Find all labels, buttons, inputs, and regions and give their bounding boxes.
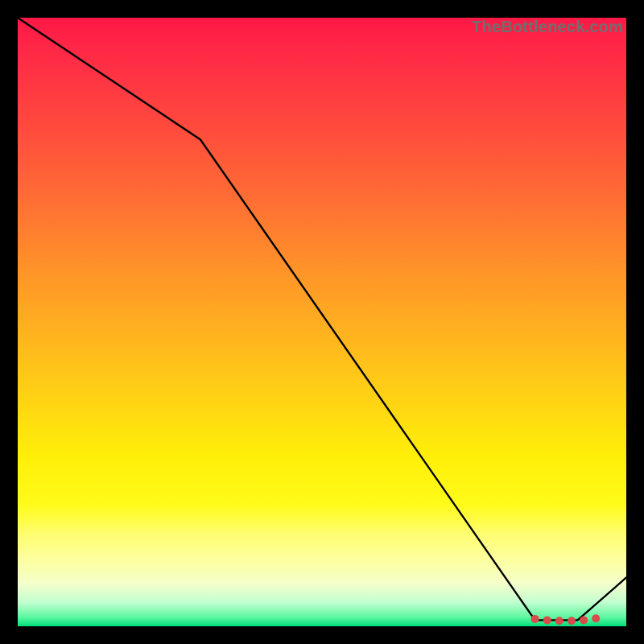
bottleneck-curve-line: [18, 18, 626, 620]
bottleneck-marker-dot: [531, 615, 539, 623]
bottleneck-marker-dot: [555, 617, 564, 625]
chart-plot-area: TheBottleneck.com: [18, 18, 626, 626]
bottleneck-marker-dot: [543, 616, 551, 624]
bottleneck-marker-dot: [592, 614, 600, 622]
bottleneck-marker-dot: [580, 616, 588, 624]
chart-overlay: [18, 18, 626, 626]
bottleneck-marker-dot: [568, 617, 576, 625]
chart-frame: TheBottleneck.com: [0, 0, 644, 644]
